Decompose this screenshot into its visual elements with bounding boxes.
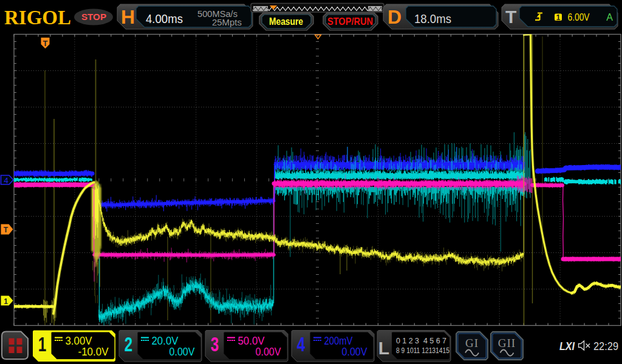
- svg-text:H: H: [121, 6, 135, 28]
- svg-text:STOP/RUN: STOP/RUN: [327, 16, 373, 27]
- svg-text:0 1 2 3 4 5 6 7: 0 1 2 3 4 5 6 7: [396, 337, 446, 345]
- svg-text:T: T: [43, 39, 48, 48]
- svg-text:T: T: [505, 7, 516, 27]
- svg-text:25Mpts: 25Mpts: [212, 17, 242, 27]
- svg-text:3: 3: [211, 332, 219, 356]
- svg-text:GII: GII: [498, 337, 516, 349]
- svg-text:1: 1: [556, 13, 561, 22]
- svg-text:RIGOL: RIGOL: [4, 6, 71, 29]
- svg-text:GI: GI: [465, 337, 479, 349]
- svg-text:D: D: [388, 6, 402, 28]
- svg-text:0.00V: 0.00V: [169, 345, 195, 358]
- svg-text:8 9 1011 12131415: 8 9 1011 12131415: [396, 346, 449, 355]
- svg-text:1: 1: [38, 332, 47, 356]
- svg-text:22:29: 22:29: [593, 340, 618, 352]
- svg-text:-10.0V: -10.0V: [78, 345, 109, 358]
- svg-text:1: 1: [4, 297, 8, 306]
- svg-text:4.00ms: 4.00ms: [146, 12, 183, 25]
- svg-text:18.0ms: 18.0ms: [414, 12, 451, 25]
- svg-text:4: 4: [297, 332, 306, 356]
- svg-text:6.00V: 6.00V: [568, 12, 590, 22]
- svg-text:4: 4: [4, 176, 8, 185]
- svg-text:Measure: Measure: [269, 16, 303, 27]
- svg-text:STOP: STOP: [81, 12, 106, 22]
- svg-text:0.00V: 0.00V: [256, 345, 281, 358]
- svg-text:L: L: [378, 338, 389, 358]
- svg-text:A: A: [606, 12, 613, 22]
- svg-text:0.00V: 0.00V: [342, 345, 367, 358]
- svg-text:T: T: [4, 226, 9, 234]
- svg-text:2: 2: [125, 332, 133, 356]
- svg-text:LXI: LXI: [559, 340, 575, 352]
